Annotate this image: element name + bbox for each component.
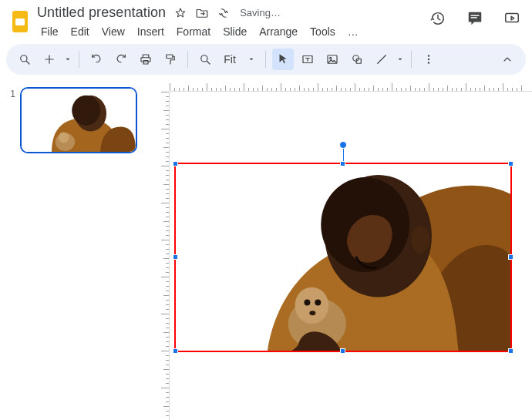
- collapse-toolbar-icon[interactable]: [497, 49, 518, 70]
- redo-icon[interactable]: [110, 49, 132, 70]
- rotate-handle[interactable]: [339, 141, 347, 149]
- toolbar: Fit: [6, 44, 526, 75]
- resize-handle-top-left[interactable]: [173, 161, 178, 166]
- slide-image: [176, 164, 510, 351]
- svg-point-30: [315, 299, 321, 305]
- svg-rect-7: [143, 61, 148, 65]
- svg-rect-6: [141, 58, 150, 62]
- svg-point-31: [309, 311, 315, 315]
- new-slide-dropdown[interactable]: [63, 49, 72, 70]
- save-status: Saving…: [240, 7, 281, 18]
- svg-point-13: [353, 55, 359, 62]
- menu-view[interactable]: View: [96, 22, 130, 41]
- svg-point-17: [428, 62, 429, 63]
- version-history-icon[interactable]: [429, 9, 447, 28]
- svg-rect-1: [15, 18, 25, 25]
- new-slide-icon[interactable]: [39, 49, 60, 70]
- print-icon[interactable]: [135, 49, 157, 70]
- slides-logo[interactable]: [6, 8, 34, 35]
- star-icon[interactable]: [173, 6, 187, 20]
- svg-rect-3: [471, 17, 477, 18]
- menu-file[interactable]: File: [35, 22, 64, 41]
- slide-thumbnail[interactable]: [20, 87, 137, 153]
- resize-handle-bottom-right[interactable]: [508, 348, 513, 354]
- zoom-dropdown-arrow[interactable]: [244, 49, 259, 70]
- svg-point-22: [59, 133, 69, 143]
- menu-insert[interactable]: Insert: [132, 22, 170, 41]
- more-tools-icon[interactable]: [418, 49, 439, 70]
- slide-number: 1: [9, 87, 15, 99]
- svg-point-26: [411, 226, 429, 254]
- resize-handle-top-right[interactable]: [508, 161, 513, 166]
- ruler-horizontal: [170, 78, 532, 92]
- resize-handle-bottom[interactable]: [340, 348, 345, 354]
- cloud-sync-icon[interactable]: [217, 6, 231, 20]
- svg-rect-2: [471, 15, 480, 15]
- app-header: Untitled presentation Saving… File Edit …: [0, 0, 532, 41]
- menu-extensions[interactable]: …: [342, 22, 364, 41]
- zoom-dropdown[interactable]: Fit: [219, 49, 241, 70]
- insert-shape-icon[interactable]: [346, 49, 368, 70]
- menu-format[interactable]: Format: [171, 22, 216, 41]
- insert-line-dropdown[interactable]: [396, 49, 405, 70]
- svg-rect-4: [506, 14, 519, 22]
- slide-thumbnail-row: 1: [9, 87, 139, 153]
- svg-point-5: [21, 55, 27, 62]
- zoom-label: Fit: [224, 53, 236, 66]
- svg-point-28: [295, 287, 329, 324]
- menu-tools[interactable]: Tools: [305, 22, 341, 41]
- search-icon[interactable]: [14, 49, 35, 70]
- move-to-icon[interactable]: [195, 6, 209, 20]
- ruler-vertical: [156, 92, 170, 420]
- svg-point-12: [330, 57, 332, 59]
- menu-slide[interactable]: Slide: [217, 22, 252, 41]
- select-tool[interactable]: [272, 49, 294, 70]
- menu-arrange[interactable]: Arrange: [254, 22, 303, 41]
- resize-handle-right[interactable]: [508, 254, 513, 260]
- menu-edit[interactable]: Edit: [66, 22, 95, 41]
- resize-handle-left[interactable]: [173, 254, 178, 260]
- textbox-tool[interactable]: [297, 49, 318, 70]
- comments-icon[interactable]: [466, 9, 484, 28]
- resize-handle-top[interactable]: [340, 161, 345, 166]
- slide-panel: 1: [0, 78, 146, 420]
- present-icon[interactable]: [503, 9, 521, 28]
- insert-line-icon[interactable]: [371, 49, 392, 70]
- resize-handle-bottom-left[interactable]: [173, 348, 178, 354]
- paint-format-icon[interactable]: [160, 49, 181, 70]
- zoom-icon[interactable]: [194, 49, 216, 70]
- svg-point-16: [428, 59, 429, 60]
- svg-rect-8: [167, 55, 173, 59]
- doc-title[interactable]: Untitled presentation: [37, 5, 166, 21]
- rotate-handle-line: [343, 147, 344, 163]
- menu-bar: File Edit View Insert Format Slide Arran…: [34, 21, 429, 41]
- canvas[interactable]: [146, 78, 532, 420]
- insert-image-icon[interactable]: [322, 49, 343, 70]
- undo-icon[interactable]: [86, 49, 107, 70]
- svg-point-9: [201, 55, 207, 62]
- svg-point-15: [428, 55, 429, 56]
- svg-point-20: [72, 96, 100, 126]
- svg-point-29: [304, 299, 310, 305]
- selected-image[interactable]: [174, 163, 512, 352]
